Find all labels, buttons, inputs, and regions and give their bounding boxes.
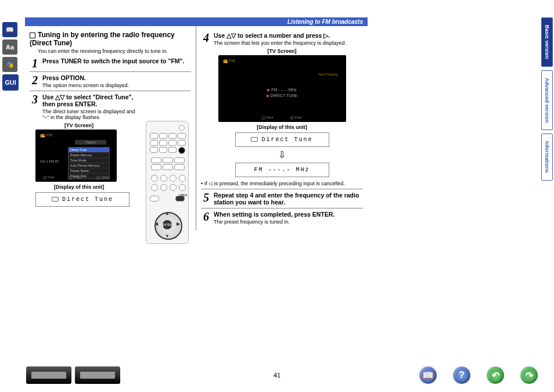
step-5: 5 Repeat step 4 and enter the frequency … [201, 192, 363, 206]
tv-screen-label-2: [TV Screen] [201, 48, 363, 54]
section-title: Tuning in by entering the radio frequenc… [30, 31, 191, 47]
tv-screen-2: 📻 FM Now Playing ▶FM - - -. -MHz ▶DIRECT… [218, 55, 346, 122]
contents-icon[interactable]: 📖 [419, 366, 437, 384]
step-2: 2 Press OPTION.The option menu screen is… [30, 74, 191, 88]
tv-screen-1: 📻 FM Option Direct Tune Preset Memory Tu… [35, 130, 117, 182]
unit-display-3: FM ---.- MHz [235, 163, 329, 177]
forward-icon[interactable]: ↷ [520, 366, 538, 384]
page-number: 41 [274, 372, 280, 379]
footer: 41 📖 ? ↶ ↷ [0, 366, 554, 384]
glossary-icon[interactable]: Aa [2, 39, 17, 55]
step-6: 6 When setting is completed, press ENTER… [201, 211, 363, 225]
gui-icon[interactable]: GUI [2, 74, 19, 91]
unit-display-2: Direct Tune [235, 132, 329, 147]
column-right: 4 Use △▽ to select a number and press ▷.… [196, 26, 368, 231]
remote-control: OPEN ▲ ▼ ◀ ▶ ENTER [146, 121, 189, 244]
section-subtitle: You can enter the receiving frequency di… [38, 48, 191, 54]
help-icon[interactable]: ? [453, 366, 470, 384]
header-bar: Listening to FM broadcasts [25, 17, 368, 26]
unit-display-1: Direct Tune [35, 192, 129, 207]
tv-screen-label-1: [TV Screen] [35, 123, 123, 128]
step-4: 4 Use △▽ to select a number and press ▷.… [201, 32, 363, 46]
tab-informations[interactable]: Informations [541, 134, 553, 181]
column-left: Tuning in by entering the radio frequenc… [25, 26, 196, 231]
theatre-icon[interactable]: 🎭 [2, 57, 17, 72]
manual-page: Listening to FM broadcasts Tuning in by … [25, 17, 368, 231]
arrow-down-icon: ⇩ [201, 149, 363, 160]
note-cancel: • If ◁ is pressed, the immediately prece… [201, 181, 363, 186]
device-front-icon[interactable] [26, 366, 71, 384]
step-1: 1 Press TUNER to switch the input source… [30, 57, 191, 69]
dpad[interactable]: ▲ ▼ ◀ ▶ ENTER [154, 212, 180, 238]
display-unit-label-2: [Display of this unit] [201, 124, 363, 130]
display-unit-label-1: [Display of this unit] [35, 184, 123, 190]
back-icon[interactable]: ↶ [487, 366, 504, 384]
sidebar-nav: 📖 Aa 🎭 GUI [2, 22, 19, 91]
device-rear-icon[interactable] [75, 366, 120, 384]
enter-button[interactable]: ENTER [163, 220, 172, 229]
step-3: 3 Use △▽ to select "Direct Tune", then p… [30, 93, 191, 120]
tab-basic[interactable]: Basic version [541, 17, 553, 67]
book-icon[interactable]: 📖 [2, 22, 17, 37]
side-tabs: Basic version Advanced version Informati… [541, 17, 553, 181]
tuner-button[interactable] [178, 147, 185, 154]
tab-advanced[interactable]: Advanced version [541, 70, 553, 131]
